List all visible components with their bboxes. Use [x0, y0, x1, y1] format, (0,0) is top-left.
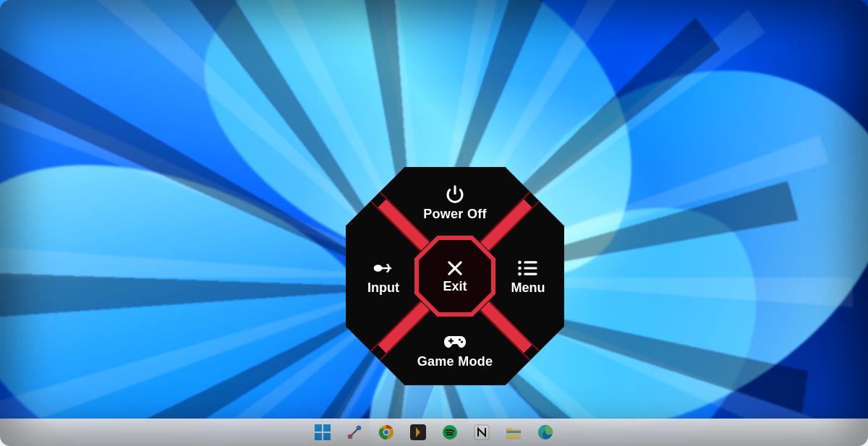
svg-rect-8 — [450, 338, 451, 343]
svg-point-9 — [459, 338, 461, 340]
spotify-icon[interactable] — [442, 424, 458, 440]
plex-icon[interactable] — [410, 424, 426, 440]
svg-rect-6 — [524, 273, 537, 275]
svg-rect-4 — [524, 267, 537, 269]
svg-rect-24 — [506, 431, 521, 433]
svg-point-1 — [518, 260, 522, 264]
taskbar — [0, 419, 868, 446]
svg-point-3 — [518, 266, 522, 270]
file-explorer-icon[interactable] — [506, 424, 522, 440]
svg-rect-14 — [323, 433, 331, 440]
chrome-icon[interactable] — [378, 424, 394, 440]
start-icon[interactable] — [315, 424, 331, 440]
osd-input-label: Input — [367, 280, 399, 296]
osd-power-off-label: Power Off — [423, 207, 487, 222]
svg-point-0 — [375, 265, 382, 270]
svg-rect-13 — [315, 433, 322, 440]
svg-point-19 — [384, 430, 388, 434]
svg-rect-12 — [323, 424, 331, 432]
osd-game-mode-label: Game Mode — [417, 354, 493, 369]
close-icon — [444, 259, 466, 278]
osd-game-mode-button[interactable]: Game Mode — [346, 319, 564, 381]
menu-list-icon — [516, 257, 540, 279]
notion-icon[interactable] — [474, 424, 490, 440]
osd-exit-button[interactable]: Exit — [416, 237, 494, 315]
monitor-osd-menu: Power Off Input Menu — [346, 167, 564, 385]
osd-exit-label: Exit — [443, 279, 467, 294]
svg-point-5 — [518, 272, 522, 275]
osd-menu-label: Menu — [511, 280, 545, 296]
snipping-tool-icon[interactable] — [346, 424, 362, 440]
svg-point-10 — [461, 340, 463, 343]
edge-icon[interactable] — [537, 424, 553, 440]
svg-rect-2 — [524, 261, 537, 263]
gamepad-icon — [443, 331, 467, 353]
power-icon — [443, 184, 467, 205]
input-source-icon — [371, 257, 396, 279]
svg-rect-11 — [315, 424, 322, 432]
